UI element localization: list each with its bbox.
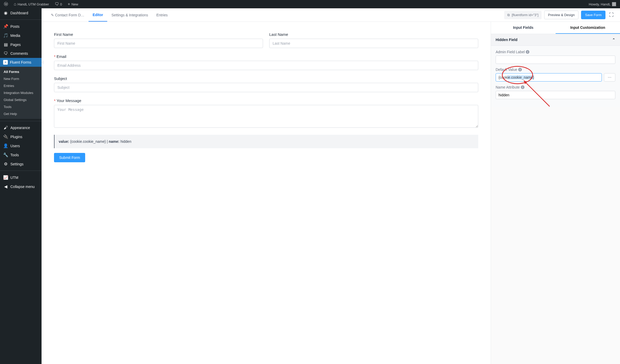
submenu-tools[interactable]: Tools xyxy=(0,103,42,110)
message-textarea[interactable] xyxy=(54,105,478,128)
subject-input[interactable] xyxy=(54,83,478,92)
fluent-forms-submenu: All Forms New Form Entries Integration M… xyxy=(0,67,42,119)
menu-settings[interactable]: ⚙ Settings xyxy=(0,159,42,168)
fluent-forms-icon: ≡ xyxy=(3,60,8,65)
email-label-text: Email xyxy=(57,54,66,59)
highlighted-text: ie.cookie_name} xyxy=(507,75,534,79)
first-name-input[interactable] xyxy=(54,39,263,48)
panel-section-header[interactable]: Hidden Field ⌃ xyxy=(491,34,620,46)
preview-design-button[interactable]: Preview & Design xyxy=(544,11,579,19)
tab-entries[interactable]: Entries xyxy=(152,8,172,22)
required-star: * xyxy=(54,54,56,59)
last-name-input[interactable] xyxy=(269,39,478,48)
default-value-input[interactable]: {cookie.cookie_name} xyxy=(496,73,602,82)
menu-label: Fluent Forms xyxy=(10,60,31,64)
wrench-icon: 🔧 xyxy=(3,152,8,157)
message-label-text: Your Message xyxy=(57,98,81,103)
menu-collapse[interactable]: ◀ Collapse menu xyxy=(0,182,42,191)
main-content: ✎ Contact Form D… Editor Settings & Inte… xyxy=(42,8,620,364)
howdy-link[interactable]: Howdy, HandL xyxy=(587,0,618,8)
submit-form-button[interactable]: Submit Form xyxy=(54,153,85,162)
menu-label: Dashboard xyxy=(10,11,28,15)
menu-media[interactable]: 🎵 Media xyxy=(0,31,42,40)
comments-count: 0 xyxy=(60,2,62,6)
info-icon[interactable]: i xyxy=(518,68,522,71)
menu-pages[interactable]: ▤ Pages xyxy=(0,40,42,49)
menu-label: Users xyxy=(10,144,20,148)
right-panel: Input Fields Input Customization Hidden … xyxy=(491,22,620,364)
submenu-all-forms[interactable]: All Forms xyxy=(0,68,42,75)
submenu-global-settings[interactable]: Global Settings xyxy=(0,96,42,103)
message-col: *Your Message xyxy=(54,98,478,129)
menu-appearance[interactable]: 🖌 Appearance xyxy=(0,123,42,132)
menu-label: Appearance xyxy=(10,126,30,130)
hidden-name-text: hidden xyxy=(119,139,131,144)
subject-col: Subject xyxy=(54,76,478,92)
expand-icon[interactable]: ⛶ xyxy=(608,11,615,19)
plus-icon: + xyxy=(68,2,70,6)
menu-label: Settings xyxy=(10,162,24,166)
plug-icon: 🔌 xyxy=(3,134,8,139)
email-input[interactable] xyxy=(54,61,478,70)
section-title: Hidden Field xyxy=(496,38,517,42)
first-name-label: First Name xyxy=(54,32,263,37)
admin-field-label-input[interactable] xyxy=(496,56,615,64)
menu-plugins[interactable]: 🔌 Plugins xyxy=(0,132,42,141)
menu-separator xyxy=(0,121,42,121)
menu-tools[interactable]: 🔧 Tools xyxy=(0,150,42,159)
required-star: * xyxy=(54,98,56,103)
submenu-integration-modules[interactable]: Integration Modules xyxy=(0,89,42,96)
menu-label: Comments xyxy=(10,51,28,56)
tab-input-customization[interactable]: Input Customization xyxy=(556,22,620,34)
shortcode-box[interactable]: ⧉ [fluentform id="3"] xyxy=(504,11,542,19)
submenu-get-help[interactable]: Get Help xyxy=(0,110,42,117)
new-content-link[interactable]: + New xyxy=(66,0,80,8)
menu-separator xyxy=(0,19,42,20)
email-row: *Email xyxy=(54,54,478,70)
message-row: *Your Message xyxy=(54,98,478,129)
name-row: First Name Last Name xyxy=(54,32,478,48)
menu-comments[interactable]: 🗨 Comments xyxy=(0,49,42,58)
save-form-button[interactable]: Save Form xyxy=(581,11,605,19)
hidden-value-text: {cookie.cookie_name} | xyxy=(69,139,109,144)
comments-link[interactable]: 🗨 0 xyxy=(53,0,64,8)
menu-users[interactable]: 👤 Users xyxy=(0,141,42,150)
tab-settings-integrations[interactable]: Settings & Integrations xyxy=(107,8,152,22)
submenu-new-form[interactable]: New Form xyxy=(0,75,42,82)
breadcrumb-form-name[interactable]: ✎ Contact Form D… xyxy=(47,8,89,22)
menu-fluent-forms[interactable]: ≡ Fluent Forms xyxy=(0,58,42,67)
adminbar-left: ⓦ ⌂ HandL UTM Grabber 🗨 0 + New xyxy=(2,0,80,8)
wp-logo[interactable]: ⓦ xyxy=(2,0,10,8)
label-text: Admin Field Label xyxy=(496,50,525,54)
tab-editor[interactable]: Editor xyxy=(89,8,107,22)
label-text: Default Value xyxy=(496,68,517,72)
info-icon[interactable]: i xyxy=(521,85,524,89)
menu-dashboard[interactable]: ◉ Dashboard xyxy=(0,8,42,17)
topbar-left: ✎ Contact Form D… Editor Settings & Inte… xyxy=(47,8,172,22)
dashboard-icon: ◉ xyxy=(3,10,8,15)
pencil-icon: ✎ xyxy=(51,13,54,17)
sliders-icon: ⚙ xyxy=(3,161,8,166)
more-options-button[interactable]: ⋯ xyxy=(604,73,615,82)
name-attr-input[interactable] xyxy=(496,91,615,99)
menu-posts[interactable]: 📌 Posts xyxy=(0,22,42,31)
menu-separator xyxy=(0,171,42,171)
avatar xyxy=(612,2,616,6)
admin-bar: ⓦ ⌂ HandL UTM Grabber 🗨 0 + New Howdy, H… xyxy=(0,0,620,8)
tab-input-fields[interactable]: Input Fields xyxy=(491,22,556,34)
info-icon[interactable]: i xyxy=(526,50,529,54)
topbar-right: ⧉ [fluentform id="3"] Preview & Design S… xyxy=(504,11,615,19)
label-text: Name Attribute xyxy=(496,85,520,89)
site-title: HandL UTM Grabber xyxy=(18,2,49,6)
default-value-row: {cookie.cookie_name} ⋯ xyxy=(496,73,615,82)
submenu-entries[interactable]: Entries xyxy=(0,82,42,89)
hidden-field-box[interactable]: value: {cookie.cookie_name} | name: hidd… xyxy=(54,135,478,148)
pushpin-icon: 📌 xyxy=(3,24,8,29)
panel-tabs: Input Fields Input Customization xyxy=(491,22,620,34)
menu-utm[interactable]: 📈 UTM xyxy=(0,173,42,182)
site-link[interactable]: ⌂ HandL UTM Grabber xyxy=(12,0,51,8)
comments-icon: 🗨 xyxy=(3,51,8,56)
last-name-col: Last Name xyxy=(269,32,478,48)
email-label: *Email xyxy=(54,54,478,59)
subject-row: Subject xyxy=(54,76,478,92)
